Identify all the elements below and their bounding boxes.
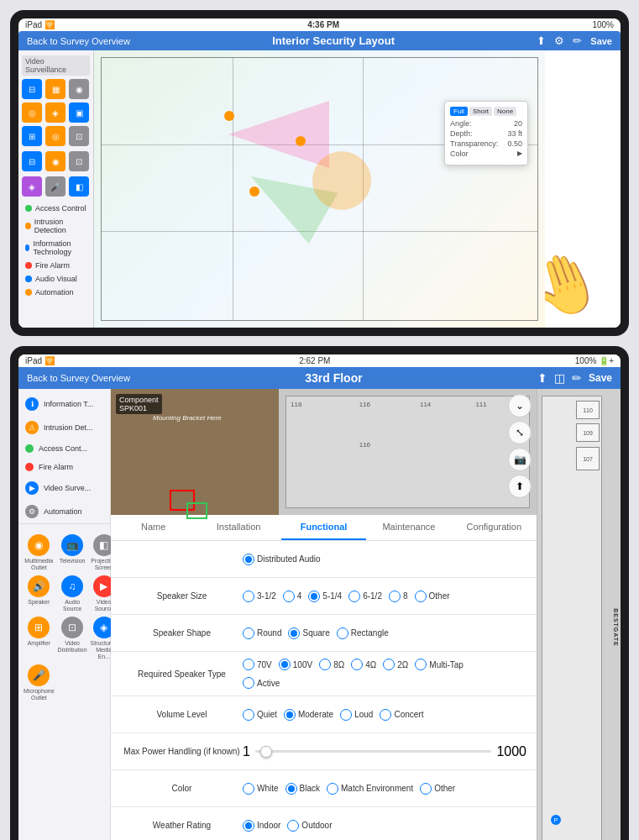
scroll-down-button[interactable]: ⌄ (508, 394, 532, 417)
bt-icon-grid: ◉ Multimedia Outlet 📺 Television ◧ Proje… (18, 528, 110, 709)
icon-patch[interactable]: ⊟ (22, 151, 42, 171)
icon-speaker[interactable]: 🔊 Speaker (24, 575, 55, 613)
radio-rectangle[interactable]: Rectangle (337, 627, 389, 639)
radio-moderate[interactable]: Moderate (284, 709, 333, 721)
share-button[interactable]: ⬆ (508, 475, 532, 498)
access-dot (25, 444, 34, 453)
icon-television[interactable]: 📺 Television (58, 534, 87, 572)
sidebar-item-info-tech[interactable]: ℹ Information T... (18, 392, 110, 416)
radio-3.5[interactable]: 3-1/2 (243, 591, 276, 602)
radio-round[interactable]: Round (243, 627, 281, 639)
sidebar-info-tech[interactable]: Information Technology (22, 237, 90, 259)
icon-vms[interactable]: ▦ (45, 79, 65, 99)
popup-tab-none[interactable]: None (494, 107, 516, 116)
radio-black[interactable]: Black (285, 783, 320, 795)
camera-icon-3[interactable] (249, 186, 259, 197)
radio-loud[interactable]: Loud (340, 709, 373, 721)
sidebar-access-control[interactable]: Access Control (22, 202, 90, 215)
icon-wireless[interactable]: ◎ (45, 126, 65, 146)
icon-server[interactable]: ▣ (69, 102, 89, 123)
tab-maintenance[interactable]: Maintenance (366, 515, 451, 540)
pencil-icon[interactable]: ✏ (573, 34, 582, 47)
icon-ptz[interactable]: ◈ (45, 102, 65, 123)
sidebar-item-access[interactable]: Access Cont... (18, 439, 110, 458)
sidebar-item-fire[interactable]: Fire Alarm (18, 458, 110, 476)
radio-match-env[interactable]: Match Environment (327, 783, 413, 795)
room-109: 109 (576, 423, 600, 442)
radio-other-color[interactable]: Other (420, 783, 455, 795)
bt-save-button[interactable]: Save (589, 372, 612, 384)
radio-2ohm[interactable]: 2Ω (383, 659, 408, 670)
top-back-button[interactable]: Back to Survey Overview (27, 36, 130, 46)
icon-supply[interactable]: ◉ (45, 151, 65, 171)
sidebar-item-intrusion[interactable]: ⚠ Intrusion Det... (18, 416, 110, 439)
sidebar-audio[interactable]: Audio Visual (22, 272, 90, 286)
radio-white[interactable]: White (243, 783, 279, 795)
expand-button[interactable]: ⤡ (508, 421, 532, 444)
radio-5.25[interactable]: 5-1/4 (308, 591, 342, 602)
top-floor-map[interactable]: Full Short None Angle:20 Depth:33 ft Tra… (94, 50, 545, 328)
radio-6.5[interactable]: 6-1/2 (348, 591, 382, 602)
share-icon[interactable]: ⬆ (537, 34, 546, 47)
tab-name[interactable]: Name (111, 515, 196, 540)
radio-concert[interactable]: Concert (380, 709, 423, 721)
icon-multimedia-outlet[interactable]: ◉ Multimedia Outlet (24, 534, 55, 572)
distributed-audio-row: Distributed Audio (111, 541, 537, 578)
bt-edit-icon[interactable]: ✏ (572, 371, 582, 385)
radio-multitap[interactable]: Multi-Tap (415, 659, 464, 670)
radio-indoor[interactable]: Indoor (243, 820, 280, 832)
radio-other-size[interactable]: Other (415, 591, 450, 602)
popup-row-angle: Angle:20 (450, 119, 522, 128)
radio-square[interactable]: Square (288, 627, 329, 639)
radio-100v[interactable]: 100V (279, 659, 312, 670)
radio-8ohm[interactable]: 8Ω (319, 659, 344, 670)
right-map-panel[interactable]: 110 109 107 P BESTGATE (537, 389, 621, 840)
sidebar-automation[interactable]: Automation (22, 286, 90, 299)
camera-icon-1[interactable] (224, 111, 234, 121)
icon-microphone-outlet[interactable]: 🎤 Microphone Outlet (24, 664, 55, 702)
icon-ups[interactable]: ⊞ (22, 126, 42, 146)
icon-amplifier[interactable]: ⊞ Amplifier (24, 617, 55, 661)
camera-map-preview[interactable]: 118 116 114 111 116 ⌄ ⤡ 📷 ⬆ (279, 389, 537, 515)
camera-button[interactable]: 📷 (508, 448, 532, 471)
radio-circle-8ohm (319, 659, 331, 670)
tab-configuration[interactable]: Configuration (452, 515, 537, 540)
bt-layers-icon[interactable]: ◫ (554, 371, 565, 385)
top-save-button[interactable]: Save (590, 36, 612, 46)
icon-general[interactable]: ⊡ (69, 151, 89, 171)
icon-user-ws[interactable]: ⊡ (69, 126, 89, 146)
icon-ir[interactable]: ◈ (22, 176, 42, 197)
gear-icon[interactable]: ⚙ (554, 34, 564, 47)
icon-audio-source[interactable]: ♫ Audio Source (58, 575, 87, 613)
room-110: 110 (576, 401, 600, 419)
popup-tab-full[interactable]: Full (450, 107, 468, 116)
sidebar-item-automation[interactable]: ⚙ Automation (18, 500, 110, 523)
icon-network-switch[interactable]: ⊟ (22, 79, 42, 99)
sidebar-fire[interactable]: Fire Alarm (22, 259, 90, 272)
camera-icon-2[interactable] (296, 136, 306, 146)
icon-monitor[interactable]: ◧ (69, 176, 89, 197)
radio-outdoor[interactable]: Outdoor (287, 820, 332, 832)
radio-70v[interactable]: 70V (243, 659, 272, 670)
radio-4ohm[interactable]: 4Ω (351, 659, 376, 670)
power-range-slider[interactable] (255, 750, 492, 753)
bt-upload-icon[interactable]: ⬆ (537, 371, 547, 385)
icon-video-dist[interactable]: ⊡ Video Distribution (58, 617, 87, 661)
radio-distributed-audio[interactable]: Distributed Audio (243, 554, 321, 565)
radio-active[interactable]: Active (243, 677, 526, 689)
radio-8[interactable]: 8 (389, 591, 408, 602)
speaker-map-marker[interactable]: P (551, 815, 561, 825)
radio-4[interactable]: 4 (283, 591, 302, 602)
icon-fixed[interactable]: ◎ (22, 102, 42, 123)
sidebar-intrusion[interactable]: Intrusion Detection (22, 215, 90, 237)
sidebar-item-video[interactable]: ▶ Video Surve... (18, 476, 110, 500)
tab-installation[interactable]: Installation (196, 515, 280, 540)
bt-back-button[interactable]: Back to Survey Overview (27, 373, 130, 383)
radio-quiet[interactable]: Quiet (243, 709, 277, 721)
icon-node[interactable]: ◉ (69, 79, 89, 99)
camera-popup[interactable]: Full Short None Angle:20 Depth:33 ft Tra… (444, 101, 528, 165)
radio-circle-outdoor (287, 820, 299, 832)
tab-functional[interactable]: Functional (281, 515, 366, 540)
popup-tab-short[interactable]: Short (469, 107, 492, 116)
icon-mic[interactable]: 🎤 (45, 176, 65, 197)
